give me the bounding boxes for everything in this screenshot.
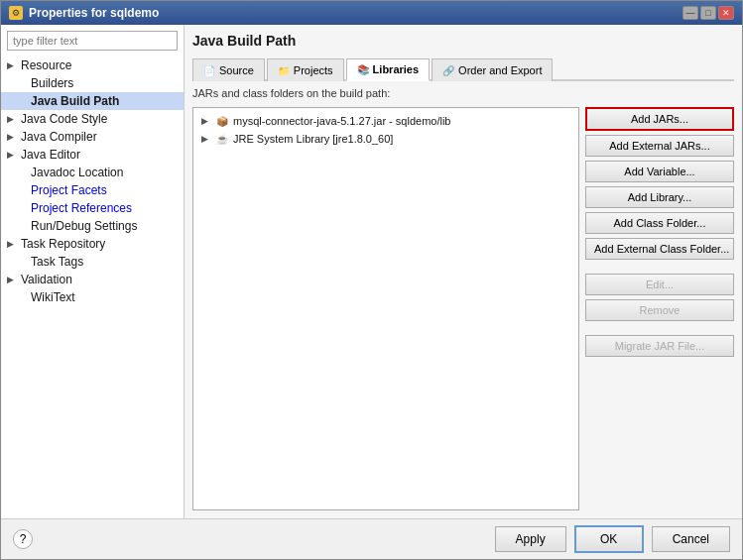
add-external-jars-button[interactable]: Add External JARs... [585,135,734,157]
expand-arrow-java-code-style: ▶ [7,114,17,124]
sidebar-item-label-java-build-path: Java Build Path [31,94,119,108]
projects-tab-icon: 📁 [278,65,290,76]
dialog-icon: ⚙ [9,6,23,20]
libraries-tab-icon: 📚 [357,64,369,75]
sidebar-item-label-java-editor: Java Editor [21,148,80,162]
edit-button[interactable]: Edit... [585,274,734,295]
add-external-class-folder-button[interactable]: Add External Class Folder... [585,238,734,260]
sidebar-item-label-project-facets: Project Facets [31,183,107,197]
sidebar-item-label-task-repository: Task Repository [21,237,105,251]
add-library-button[interactable]: Add Library... [585,186,734,208]
jar-item-mysql[interactable]: ▶ 📦 mysql-connector-java-5.1.27.jar - sq… [197,112,574,130]
title-controls: — □ ✕ [682,6,734,20]
sidebar-item-builders[interactable]: Builders [1,74,184,92]
jar-icon-jre: ☕ [215,132,229,146]
migrate-jar-button[interactable]: Migrate JAR File... [585,335,734,357]
sidebar-item-resource[interactable]: ▶ Resource [1,56,184,74]
sidebar-item-label-builders: Builders [31,76,73,90]
expand-arrow-task-repository: ▶ [7,239,17,249]
close-button[interactable]: ✕ [718,6,734,20]
expand-arrow-jre: ▶ [201,134,211,144]
add-jars-button[interactable]: Add JARs... [585,107,734,131]
help-button[interactable]: ? [13,529,33,549]
jar-item-jre[interactable]: ▶ ☕ JRE System Library [jre1.8.0_60] [197,130,574,148]
sidebar-item-javadoc-location[interactable]: Javadoc Location [1,164,184,181]
bottom-bar: ? Apply OK Cancel [1,518,742,559]
right-panel: Java Build Path 📄 Source 📁 Projects 📚 Li… [185,25,742,518]
jar-label-mysql: mysql-connector-java-5.1.27.jar - sqldem… [233,115,450,127]
jar-list: ▶ 📦 mysql-connector-java-5.1.27.jar - sq… [192,107,579,510]
title-bar: ⚙ Properties for sqldemo — □ ✕ [1,1,742,25]
left-panel: ▶ Resource Builders Java Build Path ▶ Ja… [1,25,185,518]
sidebar-item-run-debug[interactable]: Run/Debug Settings [1,217,184,235]
sidebar-item-label-java-code-style: Java Code Style [21,112,107,126]
dialog-title: Properties for sqldemo [29,6,159,20]
jar-icon-mysql: 📦 [215,114,229,128]
add-class-folder-button[interactable]: Add Class Folder... [585,212,734,234]
expand-arrow-java-editor: ▶ [7,150,17,160]
cancel-button[interactable]: Cancel [652,526,730,552]
content-label: JARs and class folders on the build path… [192,87,734,99]
properties-dialog: ⚙ Properties for sqldemo — □ ✕ ▶ Resourc… [0,0,743,560]
sidebar-item-task-repository[interactable]: ▶ Task Repository [1,235,184,253]
sidebar-item-java-editor[interactable]: ▶ Java Editor [1,146,184,164]
tab-source[interactable]: 📄 Source [192,58,265,81]
tab-libraries[interactable]: 📚 Libraries [346,58,430,81]
expand-arrow-resource: ▶ [7,60,17,70]
maximize-button[interactable]: □ [700,6,716,20]
sidebar-item-label-javadoc: Javadoc Location [31,166,123,179]
apply-button[interactable]: Apply [495,526,566,552]
order-export-tab-icon: 🔗 [442,65,454,76]
expand-arrow-validation: ▶ [7,275,17,284]
remove-button[interactable]: Remove [585,299,734,321]
tab-projects[interactable]: 📁 Projects [267,58,344,81]
tab-libraries-label: Libraries [373,63,419,75]
tab-order-export-label: Order and Export [458,64,542,76]
nav-tree: ▶ Resource Builders Java Build Path ▶ Ja… [1,56,184,518]
jar-label-jre: JRE System Library [jre1.8.0_60] [233,133,393,145]
bottom-right: Apply OK Cancel [495,525,730,553]
dialog-body: ▶ Resource Builders Java Build Path ▶ Ja… [1,25,742,518]
ok-button[interactable]: OK [574,525,644,553]
sidebar-item-wikitext[interactable]: WikiText [1,288,184,306]
sidebar-item-validation[interactable]: ▶ Validation [1,271,184,288]
sidebar-item-project-facets[interactable]: Project Facets [1,181,184,199]
add-variable-button[interactable]: Add Variable... [585,161,734,182]
tabs-bar: 📄 Source 📁 Projects 📚 Libraries 🔗 Order … [192,56,734,81]
tab-order-export[interactable]: 🔗 Order and Export [432,58,553,81]
sidebar-item-label-java-compiler: Java Compiler [21,130,97,144]
sidebar-item-java-compiler[interactable]: ▶ Java Compiler [1,128,184,146]
sidebar-item-task-tags[interactable]: Task Tags [1,253,184,271]
sidebar-item-project-references[interactable]: Project References [1,199,184,217]
panel-title: Java Build Path [192,33,734,49]
build-path-area: ▶ 📦 mysql-connector-java-5.1.27.jar - sq… [192,107,734,510]
minimize-button[interactable]: — [682,6,698,20]
expand-arrow-java-compiler: ▶ [7,132,17,142]
sidebar-item-label-wikitext: WikiText [31,290,75,304]
tab-projects-label: Projects [294,64,333,76]
buttons-column: Add JARs... Add External JARs... Add Var… [585,107,734,510]
sidebar-item-label-validation: Validation [21,273,72,286]
source-tab-icon: 📄 [203,65,215,76]
sidebar-item-label-project-references: Project References [31,201,132,215]
sidebar-item-label-run-debug: Run/Debug Settings [31,219,137,233]
tab-source-label: Source [219,64,254,76]
sidebar-item-java-build-path[interactable]: Java Build Path [1,92,184,110]
sidebar-item-label-resource: Resource [21,58,71,72]
title-bar-left: ⚙ Properties for sqldemo [9,6,159,20]
content-area: JARs and class folders on the build path… [192,87,734,510]
sidebar-item-java-code-style[interactable]: ▶ Java Code Style [1,110,184,128]
expand-arrow-mysql: ▶ [201,116,211,126]
sidebar-item-label-task-tags: Task Tags [31,255,83,269]
filter-input[interactable] [7,31,178,51]
